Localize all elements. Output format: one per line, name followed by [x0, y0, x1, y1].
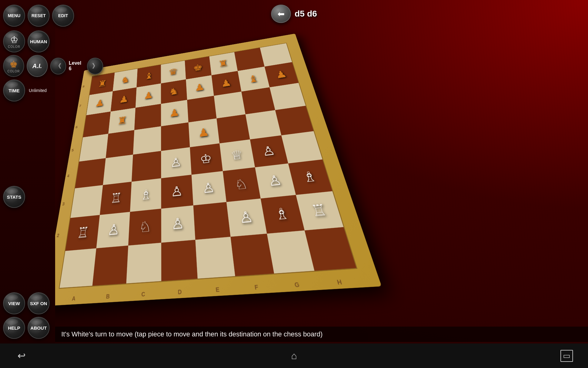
square-g6[interactable] [241, 87, 275, 114]
file-g: G [294, 281, 300, 289]
piece-b8: ♞ [120, 75, 130, 85]
level-down-button[interactable]: 《 [50, 58, 66, 75]
sxf-label: SXF ON [30, 301, 47, 306]
time-label: TIME [9, 88, 20, 93]
square-h4[interactable] [281, 131, 322, 163]
nav-home-button[interactable]: ⌂ [285, 348, 303, 363]
reset-button[interactable]: RESET [28, 5, 50, 27]
nav-back-button[interactable]: ↩ [12, 348, 31, 363]
help-button[interactable]: HELP [3, 317, 25, 339]
square-b1[interactable] [92, 246, 128, 286]
about-button[interactable]: ABOUT [28, 317, 50, 339]
square-c2[interactable]: ♘ [128, 209, 161, 245]
square-f3[interactable]: ♘ [223, 167, 261, 202]
square-h3[interactable]: ♗ [288, 159, 332, 195]
player1-row: ♔ COLOR HUMAN [3, 30, 50, 52]
square-f5[interactable] [217, 114, 250, 144]
view-button[interactable]: VIEW [3, 292, 25, 314]
square-d2[interactable]: ♙ [161, 205, 195, 243]
square-a6[interactable] [83, 112, 111, 137]
time-button[interactable]: TIME [3, 79, 25, 102]
square-h2[interactable]: ♖ [296, 191, 344, 230]
square-c6[interactable] [134, 104, 161, 130]
piece-f2: ♙ [238, 209, 254, 226]
square-e1[interactable] [195, 237, 235, 279]
square-h5[interactable] [275, 106, 314, 135]
square-b3[interactable]: ♖ [100, 182, 132, 215]
ai-button[interactable]: A.I. [27, 55, 48, 77]
square-a4[interactable] [75, 158, 106, 188]
player1-color-button[interactable]: ♔ COLOR [3, 30, 25, 52]
piece-e5: ♟ [198, 126, 210, 139]
rank-6: 6 [75, 125, 78, 129]
square-f4[interactable]: ♕ [220, 140, 255, 171]
square-e3[interactable]: ♙ [191, 171, 226, 205]
color1-label: COLOR [8, 45, 21, 48]
square-c3[interactable]: ♗ [130, 178, 161, 212]
square-d5[interactable] [161, 122, 190, 151]
square-h6[interactable] [270, 83, 306, 110]
piece-c3: ♗ [140, 188, 152, 202]
square-a5[interactable] [79, 134, 108, 162]
rank-8: 8 [82, 85, 85, 88]
file-d: D [178, 288, 182, 296]
square-e6[interactable] [187, 96, 217, 122]
stats-button[interactable]: STATS [3, 186, 25, 208]
stats-label: STATS [7, 194, 21, 200]
nav-recent-button[interactable]: ▭ [557, 348, 576, 363]
piece-b2: ♙ [107, 222, 120, 238]
square-d4[interactable]: ♙ [161, 147, 191, 178]
menu-label: MENU [8, 13, 20, 18]
move-back-button[interactable]: ⬅ [271, 5, 291, 23]
view-label: VIEW [8, 301, 20, 306]
piece-g2: ♗ [273, 205, 291, 222]
square-b5[interactable] [106, 130, 134, 158]
bottom-nav-bar: ↩ ⌂ ▭ [0, 343, 588, 368]
piece-e8: ♚ [193, 63, 203, 73]
square-d6[interactable]: ♟ [161, 100, 189, 126]
level-text: Level 6 [69, 60, 85, 71]
square-c1[interactable] [126, 243, 161, 283]
square-e5[interactable]: ♟ [188, 118, 219, 147]
help-row: HELP ABOUT [3, 317, 50, 339]
square-a3[interactable] [70, 185, 103, 218]
piece-a2: ♖ [76, 225, 90, 240]
edit-button[interactable]: EDIT [52, 5, 74, 27]
board-grid: ♜ ♞ ♝ ♛ ♚ ♜ ♟ ♟ ♟ ♞ ♟ [59, 43, 357, 289]
file-e: E [215, 286, 220, 293]
square-b6[interactable]: ♜ [108, 108, 136, 134]
piece-b6: ♜ [117, 115, 127, 126]
piece-g7: ♝ [247, 74, 259, 84]
square-a1[interactable] [60, 248, 96, 288]
player2-color-button[interactable]: ♚ COLOR [3, 55, 24, 77]
time-row: TIME Unlimited [3, 79, 47, 102]
human-button[interactable]: HUMAN [28, 30, 50, 52]
square-d1[interactable] [161, 240, 198, 281]
square-f2[interactable]: ♙ [226, 198, 267, 237]
sxf-button[interactable]: SXF ON [28, 292, 50, 314]
square-f6[interactable] [214, 92, 245, 118]
square-c5[interactable] [133, 126, 161, 155]
piece-b3: ♖ [110, 191, 122, 205]
square-e2[interactable] [193, 202, 231, 240]
chevron-right-icon: 》 [92, 62, 98, 70]
status-text: It's White's turn to move (tap piece to … [61, 330, 322, 338]
level-up-button[interactable]: 》 [87, 58, 103, 75]
chess-table: 8 7 6 5 4 3 2 1 A B C D E F G H [31, 0, 588, 343]
square-b2[interactable]: ♙ [96, 212, 130, 248]
square-d3[interactable]: ♙ [161, 175, 193, 209]
human-label: HUMAN [30, 39, 47, 44]
nav-home-icon: ⌂ [291, 350, 297, 362]
menu-button[interactable]: MENU [3, 5, 25, 27]
square-b4[interactable] [103, 155, 133, 185]
piece-c2: ♘ [138, 219, 151, 235]
square-a2[interactable]: ♖ [65, 215, 100, 251]
rank-5: 5 [71, 148, 74, 152]
square-f1[interactable] [231, 234, 274, 276]
player2-row: ♚ COLOR A.I. 《 Level 6 》 [3, 55, 103, 77]
square-e4[interactable]: ♔ [190, 143, 223, 174]
time-value: Unlimited [29, 88, 47, 93]
stats-row: STATS [3, 186, 25, 208]
piece-a8: ♜ [97, 79, 107, 88]
square-c4[interactable] [132, 151, 161, 182]
